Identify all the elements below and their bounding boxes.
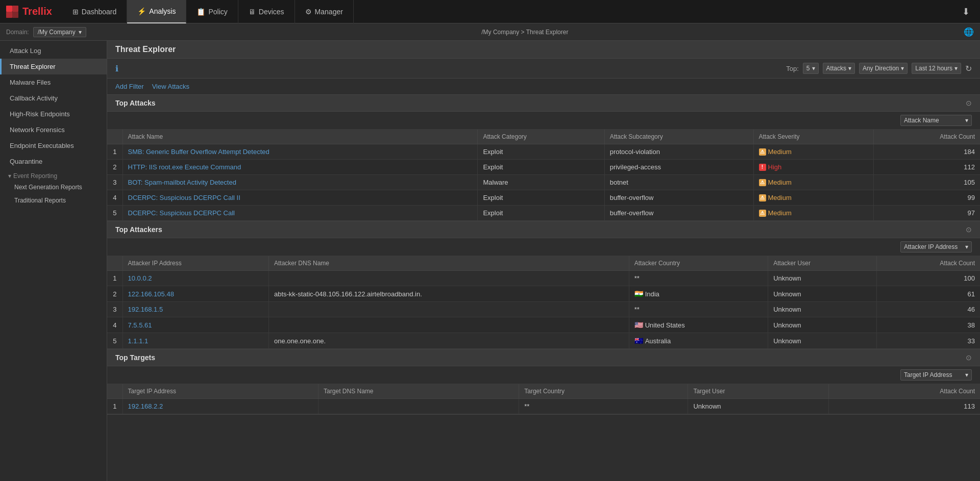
row-number: 3 <box>107 175 122 190</box>
attacker-ip: 122.166.105.48 <box>122 286 268 302</box>
sidebar-item-malware-files[interactable]: Malware Files <box>0 74 107 90</box>
sidebar-sub-traditional-reports[interactable]: Traditional Reports <box>0 194 107 207</box>
chevron-down-icon: ▾ <box>79 29 82 36</box>
app-logo: Trellix <box>5 5 52 19</box>
sidebar-item-quarantine[interactable]: Quarantine <box>0 154 107 169</box>
domain-selector[interactable]: /My Company ▾ <box>33 27 86 37</box>
targets-sort-select[interactable]: Target IP Address ▾ <box>900 369 972 381</box>
devices-icon: 🖥 <box>249 8 256 16</box>
attacker-country: 🇮🇳India <box>634 290 763 298</box>
attacker-country-cell: ** <box>629 302 768 317</box>
attacks-sort-select[interactable]: Attack Name ▾ <box>900 115 972 126</box>
chevron-icon: ▾ <box>965 243 968 250</box>
target-ip: 192.168.2.2 <box>122 399 318 414</box>
timeframe-select[interactable]: Last 12 hours ▾ <box>912 63 961 74</box>
attack-severity: ⚠ Medium <box>753 190 874 206</box>
attack-count: 97 <box>874 206 980 221</box>
domain-bar: Domain: /My Company ▾ /My Company > Thre… <box>0 23 980 41</box>
top-targets-title: Top Targets <box>115 353 155 362</box>
row-number: 3 <box>107 302 122 317</box>
attacker-country: ** <box>634 306 640 313</box>
chevron-icon: ▾ <box>965 117 968 124</box>
page-title: Threat Explorer <box>115 45 176 54</box>
main-content: Threat Explorer ℹ Top: 5 ▾ Attacks ▾ Any… <box>107 41 980 481</box>
top-targets-collapse-icon[interactable]: ⊙ <box>966 353 972 362</box>
target-dns <box>318 399 519 414</box>
sidebar-item-attack-log[interactable]: Attack Log <box>0 43 107 59</box>
attacks-select[interactable]: Attacks ▾ <box>823 63 855 74</box>
top-targets-header: Top Targets ⊙ <box>107 349 980 366</box>
attacker-country-cell: 🇦🇺Australia <box>629 333 768 349</box>
view-attacks-link[interactable]: View Attacks <box>152 83 189 90</box>
target-user: Unknown <box>688 399 829 414</box>
attack-severity: ⚠ Medium <box>753 144 874 160</box>
top-targets-section: Top Targets ⊙ Target IP Address ▾ Target… <box>107 349 980 415</box>
nav-policy[interactable]: 📋 Policy <box>186 0 238 23</box>
chevron-icon: ▾ <box>848 65 851 72</box>
add-filter-link[interactable]: Add Filter <box>115 83 144 90</box>
table-row: 1 SMB: Generic Buffer Overflow Attempt D… <box>107 144 980 160</box>
main-layout: Attack Log Threat Explorer Malware Files… <box>0 41 980 481</box>
nav-analysis[interactable]: ⚡ Analysis <box>127 0 186 23</box>
col-attack-name: Attack Name <box>122 130 478 144</box>
top-attacks-header: Top Attacks ⊙ <box>107 95 980 112</box>
chevron-down-icon: ▾ <box>8 172 11 180</box>
attacker-user: Unknown <box>768 317 877 333</box>
table-row: 1 10.0.0.2 ** Unknown 100 <box>107 271 980 286</box>
col-attacker-ip: Attacker IP Address <box>122 256 268 271</box>
table-row: 5 1.1.1.1 one.one.one.one. 🇦🇺Australia U… <box>107 333 980 349</box>
attacker-user: Unknown <box>768 333 877 349</box>
sidebar-item-high-risk-endpoints[interactable]: High-Risk Endpoints <box>0 106 107 122</box>
col-attack-count: Attack Count <box>829 384 980 399</box>
sidebar-item-threat-explorer[interactable]: Threat Explorer <box>0 59 107 74</box>
sidebar-item-network-forensics[interactable]: Network Forensics <box>0 122 107 138</box>
nav-manager[interactable]: ⚙ Manager <box>295 0 354 23</box>
col-target-country: Target Country <box>519 384 688 399</box>
download-button[interactable]: ⬇ <box>957 6 975 17</box>
top-attacks-table: Attack Name Attack Category Attack Subca… <box>107 130 980 221</box>
row-number: 5 <box>107 333 122 349</box>
nav-devices[interactable]: 🖥 Devices <box>238 0 295 23</box>
col-num <box>107 256 122 271</box>
col-num <box>107 384 122 399</box>
svg-rect-3 <box>12 12 18 18</box>
sidebar-item-endpoint-executables[interactable]: Endpoint Executables <box>0 138 107 154</box>
refresh-button[interactable]: ↻ <box>965 64 972 73</box>
sidebar-item-callback-activity[interactable]: Callback Activity <box>0 90 107 106</box>
attack-severity: ⚠ Medium <box>753 206 874 221</box>
nav-dashboard[interactable]: ⊞ Dashboard <box>62 0 128 23</box>
top-attackers-collapse-icon[interactable]: ⊙ <box>966 225 972 234</box>
action-bar: Add Filter View Attacks <box>107 79 980 95</box>
severity-icon: ⚠ <box>759 210 766 217</box>
row-number: 5 <box>107 206 122 221</box>
attack-name: DCERPC: Suspicious DCERPC Call II <box>122 190 478 206</box>
top-attacks-collapse-icon[interactable]: ⊙ <box>966 99 972 107</box>
attackers-sort-select[interactable]: Attacker IP Address ▾ <box>900 241 972 252</box>
attacker-user: Unknown <box>768 271 877 286</box>
attack-subcategory: protocol-violation <box>604 144 753 160</box>
top-attackers-title: Top Attackers <box>115 225 162 234</box>
attacker-ip: 7.5.5.61 <box>122 317 268 333</box>
attack-subcategory: privileged-access <box>604 160 753 175</box>
attack-count: 99 <box>874 190 980 206</box>
direction-select[interactable]: Any Direction ▾ <box>859 63 908 74</box>
top-attackers-header: Top Attackers ⊙ <box>107 221 980 238</box>
chevron-icon: ▾ <box>965 371 968 378</box>
breadcrumb: /My Company > Threat Explorer <box>481 29 568 36</box>
attack-count: 100 <box>876 271 980 286</box>
chevron-icon: ▾ <box>812 65 815 72</box>
table-row: 5 DCERPC: Suspicious DCERPC Call Exploit… <box>107 206 980 221</box>
col-target-ip: Target IP Address <box>122 384 318 399</box>
sidebar-section-event-reporting[interactable]: ▾ Event Reporting <box>0 169 107 181</box>
col-attacker-country: Attacker Country <box>629 256 768 271</box>
attack-count: 33 <box>876 333 980 349</box>
attacker-dns: abts-kk-static-048.105.166.122.airtelbro… <box>268 286 629 302</box>
attack-severity: ⚠ Medium <box>753 175 874 190</box>
sidebar-sub-next-gen-reports[interactable]: Next Generation Reports <box>0 181 107 194</box>
attacker-ip: 10.0.0.2 <box>122 271 268 286</box>
chevron-icon: ▾ <box>901 65 904 72</box>
col-num <box>107 130 122 144</box>
row-number: 2 <box>107 160 122 175</box>
attacker-user: Unknown <box>768 302 877 317</box>
top-value-select[interactable]: 5 ▾ <box>803 63 819 74</box>
